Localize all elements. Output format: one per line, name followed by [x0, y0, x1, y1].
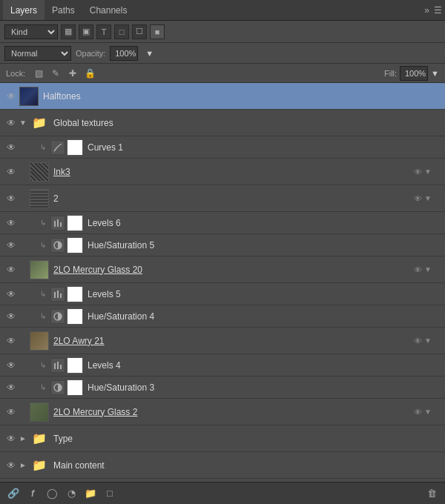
layer-row[interactable]: 👁 ↳ Levels 5	[0, 283, 445, 305]
levels-icon	[53, 218, 63, 228]
layer-name: Global textures	[53, 118, 442, 128]
filter-shape-icon[interactable]: □	[114, 24, 129, 39]
options-row: Normal Opacity: ▼	[0, 43, 445, 64]
layer-row[interactable]: 👁 2LO Awry 21 👁 ▼	[0, 328, 445, 354]
lock-position-icon[interactable]: ✚	[66, 67, 79, 80]
folder-icon: 📁	[32, 116, 47, 130]
new-layer-button[interactable]: □	[102, 486, 117, 501]
add-adjustment-button[interactable]: ◔	[64, 486, 79, 501]
visibility-eye[interactable]: 👁	[3, 240, 19, 251]
filter-type-icon[interactable]: T	[96, 24, 111, 39]
filter-smartobj-icon[interactable]: ☐	[132, 24, 147, 39]
visibility-eye[interactable]: 👁	[3, 218, 19, 228]
fill-dropdown[interactable]: ▼	[431, 69, 439, 78]
lock-paint-icon[interactable]: ✎	[49, 67, 62, 80]
bottom-bar: 🔗 f ◯ ◔ 📁 □ 🗑	[0, 482, 445, 504]
visibility-eye[interactable]: 👁	[3, 407, 19, 417]
layer-row[interactable]: 👁 ↳ Levels 6	[0, 212, 445, 234]
visibility-eye[interactable]: 👁	[3, 336, 19, 346]
layer-row[interactable]: 👁 ↳ Hue/Saturation 5	[0, 234, 445, 256]
filter-pixel-icon[interactable]: ▦	[61, 24, 76, 39]
fill-section: Fill: ▼	[384, 66, 439, 81]
layer-name: Levels 4	[88, 360, 442, 371]
layer-row[interactable]: 👁 ↳ Levels 4	[0, 354, 445, 377]
visibility-eye[interactable]: 👁	[3, 167, 19, 177]
huesat-icon	[53, 311, 63, 322]
curves-icon	[53, 142, 63, 153]
tab-channels[interactable]: Channels	[82, 0, 135, 20]
menu-icon[interactable]: ☰	[434, 5, 442, 16]
visibility-small-icon[interactable]: 👁	[414, 168, 422, 176]
tab-paths[interactable]: Paths	[44, 0, 82, 20]
chain-icon: ▼	[424, 168, 432, 176]
blend-mode-select[interactable]: Normal	[4, 46, 71, 61]
opacity-input[interactable]	[110, 46, 138, 61]
layer-row[interactable]: 👁 ↳ Hue/Saturation 3	[0, 377, 445, 399]
layer-mask-thumbnail	[67, 286, 83, 302]
visibility-eye[interactable]: 👁	[3, 434, 19, 444]
opacity-dropdown[interactable]: ▼	[145, 49, 154, 58]
adjustment-icon	[50, 287, 65, 302]
group-arrow[interactable]: ►	[19, 461, 30, 469]
visibility-small-icon[interactable]: 👁	[414, 408, 422, 417]
visibility-small-icon[interactable]: 👁	[414, 265, 422, 274]
expand-icon[interactable]: »	[424, 5, 429, 16]
delete-layer-button[interactable]: 🗑	[424, 486, 439, 501]
layer-row[interactable]: 👁 2 👁 ▼	[0, 185, 445, 212]
layer-row[interactable]: 👁 ► 📁 Main content	[0, 452, 445, 479]
visibility-small-icon[interactable]: 👁	[414, 194, 422, 203]
layer-row[interactable]: 👁 ► 📁 Background	[0, 479, 445, 482]
layer-mask-thumbnail	[67, 308, 83, 325]
visibility-eye[interactable]: 👁	[3, 360, 19, 371]
visibility-eye[interactable]: 👁	[3, 460, 19, 471]
fx-button[interactable]: f	[25, 486, 40, 501]
lock-transparent-icon[interactable]: ▧	[32, 67, 45, 80]
svg-rect-9	[57, 362, 59, 369]
layer-row[interactable]: 👁 2LO Mercury Glass 20 👁 ▼	[0, 256, 445, 283]
layer-row[interactable]: 👁 ↳ Curves 1	[0, 136, 445, 159]
layer-thumbnail	[30, 402, 49, 422]
visibility-eye[interactable]: 👁	[3, 382, 19, 393]
lock-all-icon[interactable]: 🔒	[83, 67, 96, 80]
layer-name: 2LO Mercury Glass 20	[53, 265, 414, 275]
add-mask-button[interactable]: ◯	[44, 486, 59, 501]
layer-name: Hue/Saturation 3	[88, 382, 442, 393]
visibility-small-icon[interactable]: 👁	[414, 336, 422, 345]
tab-bar-right: » ☰	[424, 5, 442, 16]
visibility-eye[interactable]: 👁	[3, 193, 19, 204]
layer-row[interactable]: 👁 Halftones	[0, 83, 445, 110]
visibility-eye[interactable]: 👁	[3, 311, 19, 322]
kind-select[interactable]: Kind	[4, 24, 58, 39]
adjustment-icon	[50, 358, 65, 373]
group-arrow[interactable]: ►	[19, 434, 30, 442]
svg-rect-1	[57, 219, 59, 227]
layer-row[interactable]: 👁 ► 📁 Type	[0, 425, 445, 452]
layer-row[interactable]: 👁 Ink3 👁 ▼	[0, 159, 445, 185]
layer-mask-thumbnail	[67, 379, 83, 396]
lock-label: Lock:	[6, 69, 25, 78]
filter-adj-icon[interactable]: ▣	[79, 24, 93, 39]
layer-row[interactable]: 👁 ▼ 📁 Global textures	[0, 110, 445, 136]
visibility-eye[interactable]: 👁	[3, 289, 19, 299]
layer-row[interactable]: 👁 2LO Mercury Glass 2 👁 ▼	[0, 399, 445, 425]
visibility-eye[interactable]: 👁	[3, 118, 19, 128]
svg-rect-0	[54, 221, 56, 227]
adjustment-icon	[50, 309, 65, 324]
layer-name: Hue/Saturation 5	[88, 240, 442, 251]
svg-rect-2	[60, 222, 62, 227]
new-group-button[interactable]: 📁	[83, 486, 98, 501]
layer-thumbnail: 📁	[30, 456, 49, 475]
filter-active-icon[interactable]: ■	[150, 24, 165, 39]
svg-rect-5	[57, 291, 59, 298]
link-layers-button[interactable]: 🔗	[6, 486, 21, 501]
visibility-eye[interactable]: 👁	[3, 142, 19, 153]
layers-panel[interactable]: 👁 Halftones 👁 ▼ 📁 Global textures 👁 ↳ Cu…	[0, 83, 445, 482]
layer-name: Type	[53, 434, 442, 444]
tab-layers[interactable]: Layers	[3, 0, 44, 20]
layer-thumbnail	[30, 331, 49, 351]
visibility-eye[interactable]: 👁	[3, 265, 19, 275]
layer-row[interactable]: 👁 ↳ Hue/Saturation 4	[0, 305, 445, 328]
group-arrow[interactable]: ▼	[19, 119, 30, 127]
visibility-eye[interactable]: 👁	[3, 91, 19, 102]
fill-input[interactable]	[400, 66, 428, 81]
